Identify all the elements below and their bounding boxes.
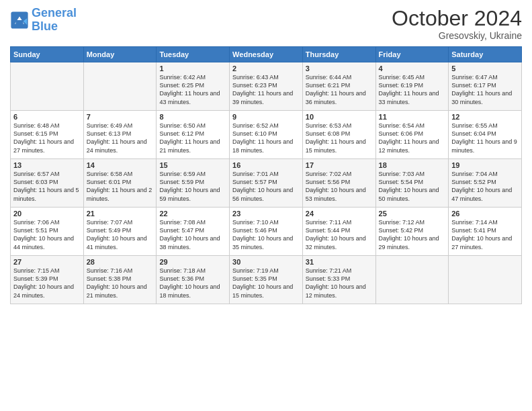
day-info: Sunrise: 6:55 AMSunset: 6:04 PMDaylight:… <box>451 122 519 154</box>
logo: General Blue <box>10 7 77 34</box>
day-cell: 1Sunrise: 6:42 AMSunset: 6:25 PMDaylight… <box>157 62 230 111</box>
day-cell: 22Sunrise: 7:08 AMSunset: 5:47 PMDayligh… <box>157 208 230 256</box>
day-number: 6 <box>13 113 81 121</box>
header-cell-saturday: Saturday <box>449 47 522 62</box>
month-title: October 2024 <box>392 7 522 30</box>
header-cell-friday: Friday <box>375 47 449 62</box>
day-number: 3 <box>306 64 373 73</box>
header: General Blue October 2024 Gresovskiy, Uk… <box>10 7 522 41</box>
day-number: 2 <box>232 64 300 73</box>
day-cell: 28Sunrise: 7:16 AMSunset: 5:38 PMDayligh… <box>83 256 157 304</box>
day-number: 5 <box>451 64 519 73</box>
location: Gresovskiy, Ukraine <box>392 30 522 41</box>
day-info: Sunrise: 7:19 AMSunset: 5:35 PMDaylight:… <box>232 267 300 300</box>
day-info: Sunrise: 6:59 AMSunset: 5:59 PMDaylight:… <box>159 170 226 203</box>
day-cell: 17Sunrise: 7:02 AMSunset: 5:56 PMDayligh… <box>302 159 375 208</box>
day-info: Sunrise: 7:14 AMSunset: 5:41 PMDaylight:… <box>451 218 519 251</box>
week-row-2: 13Sunrise: 6:57 AMSunset: 6:03 PMDayligh… <box>11 159 522 208</box>
day-info: Sunrise: 6:47 AMSunset: 6:17 PMDaylight:… <box>451 73 519 106</box>
header-row: SundayMondayTuesdayWednesdayThursdayFrid… <box>11 47 522 62</box>
day-cell: 10Sunrise: 6:53 AMSunset: 6:08 PMDayligh… <box>302 111 375 159</box>
day-info: Sunrise: 6:57 AMSunset: 6:03 PMDaylight:… <box>13 170 81 203</box>
day-number: 10 <box>306 113 373 121</box>
day-info: Sunrise: 6:43 AMSunset: 6:23 PMDaylight:… <box>232 73 300 106</box>
day-number: 24 <box>306 210 373 218</box>
logo-icon <box>10 11 29 30</box>
day-info: Sunrise: 7:16 AMSunset: 5:38 PMDaylight:… <box>87 267 154 300</box>
day-info: Sunrise: 7:01 AMSunset: 5:57 PMDaylight:… <box>232 170 300 203</box>
day-number: 15 <box>159 161 226 169</box>
day-number: 20 <box>13 210 81 218</box>
day-cell: 26Sunrise: 7:14 AMSunset: 5:41 PMDayligh… <box>449 208 522 256</box>
day-number: 11 <box>379 113 446 121</box>
day-info: Sunrise: 7:08 AMSunset: 5:47 PMDaylight:… <box>159 218 226 251</box>
day-number: 18 <box>379 161 446 169</box>
header-cell-tuesday: Tuesday <box>157 47 230 62</box>
day-cell: 20Sunrise: 7:06 AMSunset: 5:51 PMDayligh… <box>11 208 84 256</box>
logo-line2: Blue <box>32 19 58 33</box>
day-info: Sunrise: 7:06 AMSunset: 5:51 PMDaylight:… <box>13 218 81 251</box>
header-cell-wednesday: Wednesday <box>230 47 303 62</box>
day-number: 29 <box>159 258 226 266</box>
day-cell: 24Sunrise: 7:11 AMSunset: 5:44 PMDayligh… <box>302 208 375 256</box>
header-cell-thursday: Thursday <box>302 47 375 62</box>
day-number: 30 <box>232 258 300 266</box>
calendar-container: General Blue October 2024 Gresovskiy, Uk… <box>0 0 532 411</box>
calendar-table: SundayMondayTuesdayWednesdayThursdayFrid… <box>10 46 522 304</box>
day-info: Sunrise: 6:58 AMSunset: 6:01 PMDaylight:… <box>87 170 154 203</box>
day-number: 31 <box>306 258 373 266</box>
day-cell: 6Sunrise: 6:48 AMSunset: 6:15 PMDaylight… <box>11 111 84 159</box>
day-cell: 27Sunrise: 7:15 AMSunset: 5:39 PMDayligh… <box>11 256 84 304</box>
day-number: 12 <box>451 113 519 121</box>
day-info: Sunrise: 7:02 AMSunset: 5:56 PMDaylight:… <box>306 170 373 203</box>
day-number: 21 <box>87 210 154 218</box>
day-cell: 5Sunrise: 6:47 AMSunset: 6:17 PMDaylight… <box>449 62 522 111</box>
day-number: 8 <box>159 113 226 121</box>
day-cell: 13Sunrise: 6:57 AMSunset: 6:03 PMDayligh… <box>11 159 84 208</box>
week-row-4: 27Sunrise: 7:15 AMSunset: 5:39 PMDayligh… <box>11 256 522 304</box>
week-row-1: 6Sunrise: 6:48 AMSunset: 6:15 PMDaylight… <box>11 111 522 159</box>
day-cell: 4Sunrise: 6:45 AMSunset: 6:19 PMDaylight… <box>375 62 449 111</box>
header-cell-monday: Monday <box>83 47 157 62</box>
day-info: Sunrise: 7:15 AMSunset: 5:39 PMDaylight:… <box>13 267 81 300</box>
day-cell <box>11 62 84 111</box>
day-cell: 8Sunrise: 6:50 AMSunset: 6:12 PMDaylight… <box>157 111 230 159</box>
day-number: 9 <box>232 113 300 121</box>
day-cell <box>375 256 449 304</box>
day-info: Sunrise: 7:04 AMSunset: 5:52 PMDaylight:… <box>451 170 519 203</box>
day-cell: 15Sunrise: 6:59 AMSunset: 5:59 PMDayligh… <box>157 159 230 208</box>
day-cell: 21Sunrise: 7:07 AMSunset: 5:49 PMDayligh… <box>83 208 157 256</box>
day-info: Sunrise: 7:12 AMSunset: 5:42 PMDaylight:… <box>379 218 446 251</box>
day-number: 26 <box>451 210 519 218</box>
day-cell: 9Sunrise: 6:52 AMSunset: 6:10 PMDaylight… <box>230 111 303 159</box>
day-cell: 12Sunrise: 6:55 AMSunset: 6:04 PMDayligh… <box>449 111 522 159</box>
day-cell <box>83 62 157 111</box>
day-cell: 16Sunrise: 7:01 AMSunset: 5:57 PMDayligh… <box>230 159 303 208</box>
day-number: 25 <box>379 210 446 218</box>
week-row-0: 1Sunrise: 6:42 AMSunset: 6:25 PMDaylight… <box>11 62 522 111</box>
day-cell: 30Sunrise: 7:19 AMSunset: 5:35 PMDayligh… <box>230 256 303 304</box>
day-info: Sunrise: 7:11 AMSunset: 5:44 PMDaylight:… <box>306 218 373 251</box>
title-block: October 2024 Gresovskiy, Ukraine <box>392 7 522 41</box>
day-info: Sunrise: 6:42 AMSunset: 6:25 PMDaylight:… <box>159 73 226 106</box>
logo-text: General Blue <box>32 7 77 34</box>
week-row-3: 20Sunrise: 7:06 AMSunset: 5:51 PMDayligh… <box>11 208 522 256</box>
day-cell: 23Sunrise: 7:10 AMSunset: 5:46 PMDayligh… <box>230 208 303 256</box>
day-number: 22 <box>159 210 226 218</box>
day-number: 23 <box>232 210 300 218</box>
day-cell: 14Sunrise: 6:58 AMSunset: 6:01 PMDayligh… <box>83 159 157 208</box>
day-info: Sunrise: 6:54 AMSunset: 6:06 PMDaylight:… <box>379 122 446 154</box>
header-cell-sunday: Sunday <box>11 47 84 62</box>
day-info: Sunrise: 7:18 AMSunset: 5:36 PMDaylight:… <box>159 267 226 300</box>
day-cell: 3Sunrise: 6:44 AMSunset: 6:21 PMDaylight… <box>302 62 375 111</box>
day-cell <box>449 256 522 304</box>
logo-line1: General <box>32 6 77 19</box>
day-cell: 19Sunrise: 7:04 AMSunset: 5:52 PMDayligh… <box>449 159 522 208</box>
day-info: Sunrise: 6:48 AMSunset: 6:15 PMDaylight:… <box>13 122 81 154</box>
day-number: 17 <box>306 161 373 169</box>
day-info: Sunrise: 6:50 AMSunset: 6:12 PMDaylight:… <box>159 122 226 154</box>
day-number: 28 <box>87 258 154 266</box>
day-info: Sunrise: 7:10 AMSunset: 5:46 PMDaylight:… <box>232 218 300 251</box>
day-cell: 11Sunrise: 6:54 AMSunset: 6:06 PMDayligh… <box>375 111 449 159</box>
day-cell: 18Sunrise: 7:03 AMSunset: 5:54 PMDayligh… <box>375 159 449 208</box>
